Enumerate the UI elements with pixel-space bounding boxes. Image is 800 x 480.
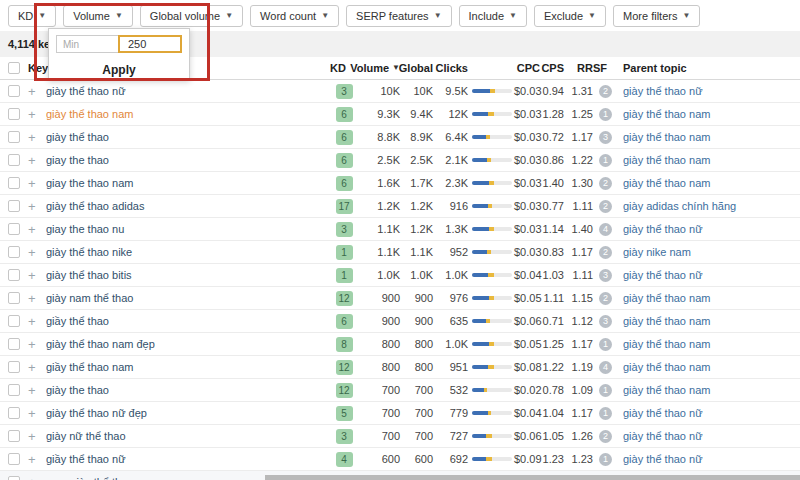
expand-plus-icon[interactable]: + [28,153,46,168]
expand-plus-icon[interactable]: + [28,245,46,260]
expand-plus-icon[interactable]: + [28,84,46,99]
row-checkbox[interactable] [8,177,20,189]
horizontal-scrollbar-thumb[interactable] [265,475,800,480]
row-checkbox[interactable] [8,200,20,212]
header-cpc[interactable]: CPC [514,62,540,74]
keyword-link[interactable]: giày nam thể thao [46,292,133,304]
row-checkbox[interactable] [8,315,20,327]
select-all-checkbox[interactable] [8,62,20,74]
expand-plus-icon[interactable]: + [28,452,46,467]
table-row: +giay the thao62.5K2.5K2.1K$0.030.861.22… [0,149,800,172]
expand-plus-icon[interactable]: + [28,199,46,214]
filter-button-word-count[interactable]: Word count▼ [250,5,339,27]
row-checkbox[interactable] [8,476,20,480]
row-checkbox[interactable] [8,269,20,281]
rr-value: 1.17 [564,407,593,419]
expand-plus-icon[interactable]: + [28,360,46,375]
apply-button[interactable]: Apply [49,60,189,80]
filter-button-global-volume[interactable]: Global volume▼ [140,5,243,27]
filter-button-more-filters[interactable]: More filters▼ [613,5,700,27]
header-clicks[interactable]: Clicks [433,62,468,74]
min-value-input[interactable] [118,35,182,53]
keyword-link[interactable]: giay the thao nu [46,223,124,235]
parent-topic-link[interactable]: giày thể thao nam [623,361,710,373]
expand-plus-icon[interactable]: + [28,176,46,191]
header-global[interactable]: Global [400,62,433,74]
expand-plus-icon[interactable]: + [28,291,46,306]
row-checkbox[interactable] [8,292,20,304]
row-checkbox[interactable] [8,338,20,350]
keyword-link[interactable]: giày thể thao adidas [46,200,144,212]
keyword-link[interactable]: mua giày thể thao [46,476,133,480]
parent-topic-link[interactable]: giày thể thao nam [623,384,710,396]
header-rr[interactable]: RR [564,62,593,74]
row-checkbox[interactable] [8,384,20,396]
header-volume[interactable]: Volume▼ [358,62,400,74]
expand-plus-icon[interactable]: + [28,107,46,122]
keyword-link[interactable]: giày thể thao nam [46,108,133,120]
keyword-link[interactable]: giay the thao nam [46,177,133,189]
row-checkbox[interactable] [8,246,20,258]
parent-topic-link[interactable]: giày thể thao nam [623,177,710,189]
parent-topic-link[interactable]: giày thể thao nam [623,315,710,327]
expand-plus-icon[interactable]: + [28,337,46,352]
keyword-link[interactable]: giày nữ thể thao [46,430,126,442]
keyword-link[interactable]: giày thể thao nike [46,246,132,258]
parent-topic-link[interactable]: giày thể thao nữ [623,407,703,419]
keyword-link[interactable]: giày the thao [46,384,109,396]
filter-button-kd[interactable]: KD▼ [8,5,56,27]
expand-plus-icon[interactable]: + [28,222,46,237]
min-input[interactable] [56,35,118,53]
keyword-link[interactable]: giày thể thao nữ đẹp [46,407,147,419]
filter-button-exclude[interactable]: Exclude▼ [534,5,606,27]
keyword-link[interactable]: giầy thể thao nam [46,361,133,373]
row-checkbox[interactable] [8,154,20,166]
parent-topic-link[interactable]: giày thể thao nam [623,292,710,304]
parent-topic-link[interactable]: giày thể thao nữ [623,453,703,465]
expand-plus-icon[interactable]: + [28,429,46,444]
parent-topic-link[interactable]: giày thể thao nữ [623,223,703,235]
filter-button-include[interactable]: Include▼ [459,5,527,27]
clicks-value: 2.1K [433,154,468,166]
row-checkbox[interactable] [8,223,20,235]
expand-plus-icon[interactable]: + [28,268,46,283]
keyword-link[interactable]: giay the thao [46,154,109,166]
header-cps[interactable]: CPS [540,62,564,74]
row-checkbox[interactable] [8,407,20,419]
parent-topic-link[interactable]: giày thể thao nữ [623,269,703,281]
keyword-link[interactable]: giày thể thao nam đẹp [46,338,155,350]
header-sf[interactable]: SF [593,62,618,74]
volume-value: 700 [358,384,400,396]
parent-topic-link[interactable]: giày thể thao nữ [623,85,703,97]
serp-features-badge: 3 [599,131,612,144]
filter-button-serp-features[interactable]: SERP features▼ [346,5,451,27]
keyword-link[interactable]: giày thể thao [46,131,109,143]
expand-plus-icon[interactable]: + [28,383,46,398]
keyword-link[interactable]: giày thể thao nữ [46,85,126,97]
parent-topic-link[interactable]: giày thể thao nam [623,154,710,166]
bar-paid-segment [490,89,495,93]
expand-plus-icon[interactable]: + [28,314,46,329]
expand-plus-icon[interactable]: + [28,406,46,421]
filter-button-volume[interactable]: Volume▼ [63,5,133,27]
keyword-link[interactable]: giầy thể thao [46,315,109,327]
keyword-link[interactable]: giày thể thao bitis [46,269,132,281]
expand-plus-icon[interactable]: + [28,475,46,480]
keyword-link[interactable]: giầy thể thao nữ [46,453,126,465]
parent-topic-link[interactable]: giày nike nam [623,246,691,258]
header-parent-topic[interactable]: Parent topic [618,62,792,74]
expand-plus-icon[interactable]: + [28,130,46,145]
parent-topic-link[interactable]: giày thể thao nam [623,338,710,350]
parent-topic-link[interactable]: giày thể thao nữ [623,430,703,442]
parent-topic-link[interactable]: giày adidas chính hãng [623,200,736,212]
row-checkbox[interactable] [8,430,20,442]
row-checkbox[interactable] [8,453,20,465]
row-checkbox[interactable] [8,85,20,97]
kd-badge: 8 [336,337,353,352]
row-checkbox[interactable] [8,131,20,143]
parent-topic-link[interactable]: giày thể thao nam [623,108,710,120]
parent-topic-link[interactable]: giày thể thao nam [623,131,710,143]
row-checkbox[interactable] [8,361,20,373]
row-checkbox[interactable] [8,108,20,120]
bar-paid-segment [489,342,494,346]
